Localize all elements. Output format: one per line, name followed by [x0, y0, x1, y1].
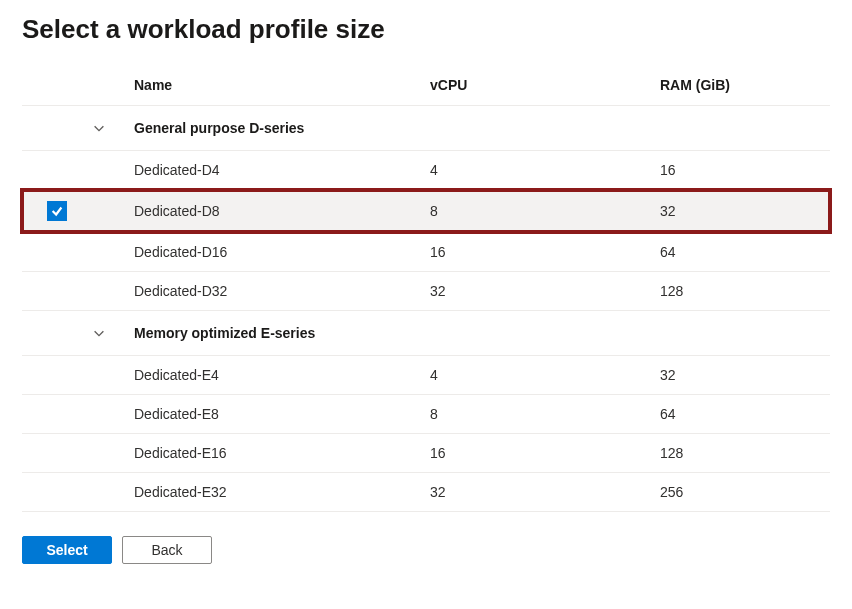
cell-vcpu: 8: [430, 406, 660, 422]
column-header-vcpu[interactable]: vCPU: [430, 77, 660, 93]
cell-ram: 32: [660, 367, 830, 383]
cell-vcpu: 4: [430, 367, 660, 383]
cell-vcpu: 32: [430, 283, 660, 299]
cell-name: Dedicated-D32: [134, 283, 430, 299]
cell-vcpu: 32: [430, 484, 660, 500]
workload-profile-table: Name vCPU RAM (GiB) General purpose D-se…: [22, 67, 830, 512]
row-checkbox[interactable]: [47, 201, 67, 221]
cell-vcpu: 16: [430, 445, 660, 461]
cell-name: Dedicated-D8: [134, 203, 430, 219]
cell-name: Dedicated-D16: [134, 244, 430, 260]
button-bar: Select Back: [22, 536, 830, 564]
chevron-down-icon: [92, 121, 106, 135]
table-row[interactable]: Dedicated-D16 16 64: [22, 233, 830, 272]
chevron-down-icon: [92, 326, 106, 340]
table-row[interactable]: Dedicated-E8 8 64: [22, 395, 830, 434]
table-row[interactable]: Dedicated-E16 16 128: [22, 434, 830, 473]
table-row[interactable]: Dedicated-E32 32 256: [22, 473, 830, 512]
cell-name: Dedicated-D4: [134, 162, 430, 178]
cell-ram: 256: [660, 484, 830, 500]
cell-ram: 64: [660, 406, 830, 422]
column-header-name[interactable]: Name: [134, 77, 430, 93]
column-header-ram[interactable]: RAM (GiB): [660, 77, 830, 93]
cell-vcpu: 8: [430, 203, 660, 219]
cell-name: Dedicated-E32: [134, 484, 430, 500]
table-row[interactable]: Dedicated-D4 4 16: [22, 151, 830, 190]
back-button[interactable]: Back: [122, 536, 212, 564]
cell-name: Dedicated-E16: [134, 445, 430, 461]
cell-vcpu: 4: [430, 162, 660, 178]
cell-ram: 128: [660, 283, 830, 299]
group-label: General purpose D-series: [134, 120, 430, 136]
cell-ram: 16: [660, 162, 830, 178]
cell-ram: 64: [660, 244, 830, 260]
table-row[interactable]: Dedicated-D32 32 128: [22, 272, 830, 311]
cell-ram: 32: [660, 203, 830, 219]
page-title: Select a workload profile size: [22, 14, 830, 45]
cell-vcpu: 16: [430, 244, 660, 260]
group-header-e-series[interactable]: Memory optimized E-series: [22, 311, 830, 356]
group-label: Memory optimized E-series: [134, 325, 430, 341]
table-row[interactable]: Dedicated-E4 4 32: [22, 356, 830, 395]
table-header: Name vCPU RAM (GiB): [22, 67, 830, 106]
cell-ram: 128: [660, 445, 830, 461]
table-row[interactable]: Dedicated-D8 8 32: [22, 190, 830, 233]
cell-name: Dedicated-E8: [134, 406, 430, 422]
group-header-d-series[interactable]: General purpose D-series: [22, 106, 830, 151]
select-button[interactable]: Select: [22, 536, 112, 564]
cell-name: Dedicated-E4: [134, 367, 430, 383]
